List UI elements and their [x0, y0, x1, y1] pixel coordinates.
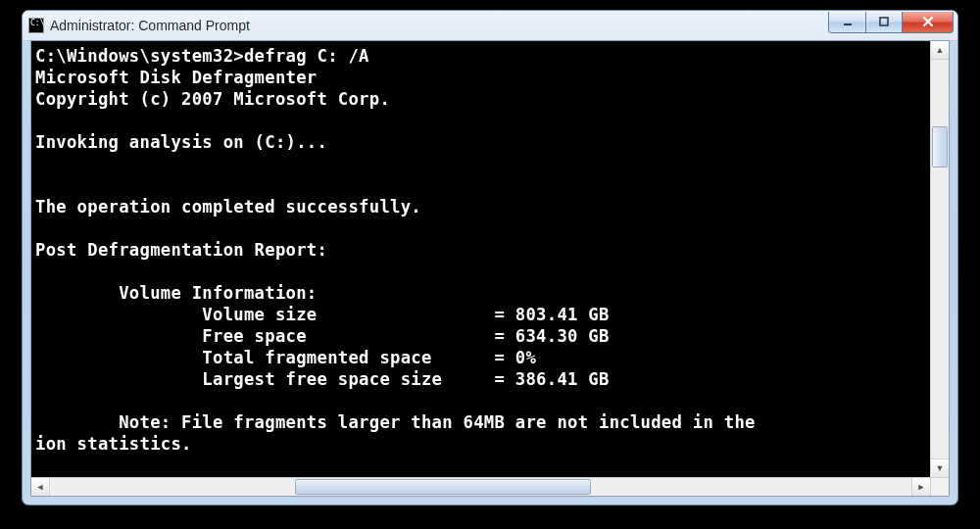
maximize-button[interactable]: [865, 12, 903, 33]
vertical-scrollbar[interactable]: ▲ ▼: [930, 41, 949, 477]
terminal-output[interactable]: C:\Windows\system32>defrag C: /A Microso…: [31, 41, 930, 477]
vscroll-track[interactable]: [931, 60, 949, 458]
horizontal-scrollbar[interactable]: ◄ ►: [31, 477, 949, 496]
close-button[interactable]: [903, 12, 954, 33]
window-controls: [828, 12, 954, 31]
minimize-button[interactable]: [828, 12, 865, 33]
titlebar[interactable]: C:\ Administrator: Command Prompt: [23, 11, 957, 41]
scroll-left-arrow-icon[interactable]: ◄: [31, 478, 50, 496]
svg-rect-1: [880, 18, 888, 25]
hscroll-thumb[interactable]: [295, 479, 591, 495]
window-title: Administrator: Command Prompt: [50, 18, 828, 33]
scroll-right-arrow-icon[interactable]: ►: [911, 478, 930, 496]
vscroll-thumb[interactable]: [932, 126, 948, 168]
scroll-up-arrow-icon[interactable]: ▲: [931, 41, 949, 60]
cmd-icon: C:\: [28, 18, 44, 33]
scroll-down-arrow-icon[interactable]: ▼: [931, 458, 949, 477]
scrollbar-corner: [930, 478, 949, 496]
command-prompt-window: C:\ Administrator: Command Prompt C:\Win…: [22, 10, 958, 505]
client-area: C:\Windows\system32>defrag C: /A Microso…: [30, 40, 950, 497]
svg-rect-0: [844, 24, 852, 25]
hscroll-track[interactable]: [50, 478, 911, 496]
